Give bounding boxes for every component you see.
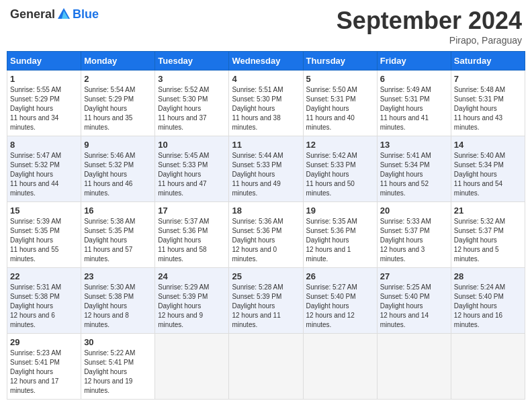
- day-number: 4: [232, 74, 300, 84]
- day-info: Sunrise: 5:45 AMSunset: 5:33 PMDaylight …: [158, 151, 226, 198]
- day-number: 23: [84, 271, 152, 281]
- logo-icon: [56, 7, 71, 21]
- calendar-cell: 23Sunrise: 5:30 AMSunset: 5:38 PMDayligh…: [81, 268, 155, 334]
- calendar-cell: [229, 334, 303, 400]
- week-row-3: 15Sunrise: 5:39 AMSunset: 5:35 PMDayligh…: [7, 202, 525, 268]
- day-number: 1: [10, 74, 78, 84]
- calendar-cell: 20Sunrise: 5:33 AMSunset: 5:37 PMDayligh…: [377, 202, 451, 268]
- calendar-cell: 17Sunrise: 5:37 AMSunset: 5:36 PMDayligh…: [155, 202, 229, 268]
- day-number: 30: [84, 337, 152, 347]
- day-info: Sunrise: 5:25 AMSunset: 5:40 PMDaylight …: [380, 283, 448, 330]
- logo-general: General: [10, 7, 55, 21]
- day-number: 11: [232, 140, 300, 150]
- calendar-cell: 12Sunrise: 5:42 AMSunset: 5:33 PMDayligh…: [303, 136, 377, 202]
- calendar-cell: 2Sunrise: 5:54 AMSunset: 5:29 PMDaylight…: [81, 71, 155, 136]
- day-number: 10: [158, 140, 226, 150]
- day-info: Sunrise: 5:30 AMSunset: 5:38 PMDaylight …: [84, 283, 152, 330]
- day-info: Sunrise: 5:54 AMSunset: 5:29 PMDaylight …: [84, 85, 152, 132]
- day-number: 12: [306, 140, 374, 150]
- day-number: 20: [380, 205, 448, 216]
- day-number: 25: [232, 271, 300, 281]
- day-info: Sunrise: 5:39 AMSunset: 5:35 PMDaylight …: [10, 217, 78, 264]
- day-number: 15: [10, 205, 78, 216]
- day-number: 24: [158, 271, 226, 281]
- header-wednesday: Wednesday: [229, 52, 303, 71]
- calendar-cell: 7Sunrise: 5:48 AMSunset: 5:31 PMDaylight…: [451, 71, 525, 136]
- day-number: 18: [232, 205, 300, 216]
- day-info: Sunrise: 5:27 AMSunset: 5:40 PMDaylight …: [306, 283, 374, 330]
- day-number: 9: [84, 140, 152, 150]
- calendar-cell: 4Sunrise: 5:51 AMSunset: 5:30 PMDaylight…: [229, 71, 303, 136]
- day-info: Sunrise: 5:22 AMSunset: 5:41 PMDaylight …: [84, 349, 152, 396]
- month-title: September 2024: [337, 7, 522, 35]
- calendar-cell: 11Sunrise: 5:44 AMSunset: 5:33 PMDayligh…: [229, 136, 303, 202]
- calendar-cell: 28Sunrise: 5:24 AMSunset: 5:40 PMDayligh…: [451, 268, 525, 334]
- day-number: 22: [10, 271, 78, 281]
- calendar-cell: 18Sunrise: 5:36 AMSunset: 5:36 PMDayligh…: [229, 202, 303, 268]
- day-info: Sunrise: 5:36 AMSunset: 5:36 PMDaylight …: [232, 217, 300, 264]
- logo-blue: Blue: [73, 7, 99, 21]
- calendar-cell: 15Sunrise: 5:39 AMSunset: 5:35 PMDayligh…: [7, 202, 81, 268]
- day-info: Sunrise: 5:42 AMSunset: 5:33 PMDaylight …: [306, 151, 374, 198]
- header-thursday: Thursday: [303, 52, 377, 71]
- day-number: 28: [454, 271, 522, 281]
- day-info: Sunrise: 5:41 AMSunset: 5:34 PMDaylight …: [380, 151, 448, 198]
- day-number: 2: [84, 74, 152, 84]
- calendar-cell: 10Sunrise: 5:45 AMSunset: 5:33 PMDayligh…: [155, 136, 229, 202]
- day-info: Sunrise: 5:48 AMSunset: 5:31 PMDaylight …: [454, 85, 522, 132]
- day-number: 5: [306, 74, 374, 84]
- calendar-cell: [377, 334, 451, 400]
- calendar-cell: 6Sunrise: 5:49 AMSunset: 5:31 PMDaylight…: [377, 71, 451, 136]
- calendar-cell: 26Sunrise: 5:27 AMSunset: 5:40 PMDayligh…: [303, 268, 377, 334]
- logo: General Blue: [10, 7, 99, 21]
- day-info: Sunrise: 5:24 AMSunset: 5:40 PMDaylight …: [454, 283, 522, 330]
- calendar-cell: 25Sunrise: 5:28 AMSunset: 5:39 PMDayligh…: [229, 268, 303, 334]
- header-saturday: Saturday: [451, 52, 525, 71]
- day-info: Sunrise: 5:28 AMSunset: 5:39 PMDaylight …: [232, 283, 300, 330]
- day-info: Sunrise: 5:33 AMSunset: 5:37 PMDaylight …: [380, 217, 448, 264]
- calendar-cell: 9Sunrise: 5:46 AMSunset: 5:32 PMDaylight…: [81, 136, 155, 202]
- day-info: Sunrise: 5:35 AMSunset: 5:36 PMDaylight …: [306, 217, 374, 264]
- day-info: Sunrise: 5:32 AMSunset: 5:37 PMDaylight …: [454, 217, 522, 264]
- day-number: 6: [380, 74, 448, 84]
- calendar-cell: 24Sunrise: 5:29 AMSunset: 5:39 PMDayligh…: [155, 268, 229, 334]
- header-friday: Friday: [377, 52, 451, 71]
- day-info: Sunrise: 5:31 AMSunset: 5:38 PMDaylight …: [10, 283, 78, 330]
- day-info: Sunrise: 5:38 AMSunset: 5:35 PMDaylight …: [84, 217, 152, 264]
- page-header: General Blue September 2024 Pirapo, Para…: [7, 7, 525, 46]
- calendar-table: SundayMondayTuesdayWednesdayThursdayFrid…: [7, 51, 525, 400]
- calendar-cell: 30Sunrise: 5:22 AMSunset: 5:41 PMDayligh…: [81, 334, 155, 400]
- location-subtitle: Pirapo, Paraguay: [337, 35, 522, 46]
- day-info: Sunrise: 5:40 AMSunset: 5:34 PMDaylight …: [454, 151, 522, 198]
- week-row-4: 22Sunrise: 5:31 AMSunset: 5:38 PMDayligh…: [7, 268, 525, 334]
- calendar-cell: 21Sunrise: 5:32 AMSunset: 5:37 PMDayligh…: [451, 202, 525, 268]
- day-info: Sunrise: 5:51 AMSunset: 5:30 PMDaylight …: [232, 85, 300, 132]
- calendar-header-row: SundayMondayTuesdayWednesdayThursdayFrid…: [7, 52, 525, 71]
- calendar-cell: [303, 334, 377, 400]
- calendar-cell: 14Sunrise: 5:40 AMSunset: 5:34 PMDayligh…: [451, 136, 525, 202]
- calendar-cell: 8Sunrise: 5:47 AMSunset: 5:32 PMDaylight…: [7, 136, 81, 202]
- calendar-cell: 16Sunrise: 5:38 AMSunset: 5:35 PMDayligh…: [81, 202, 155, 268]
- day-info: Sunrise: 5:55 AMSunset: 5:29 PMDaylight …: [10, 85, 78, 132]
- day-number: 17: [158, 205, 226, 216]
- day-info: Sunrise: 5:37 AMSunset: 5:36 PMDaylight …: [158, 217, 226, 264]
- week-row-5: 29Sunrise: 5:23 AMSunset: 5:41 PMDayligh…: [7, 334, 525, 400]
- calendar-cell: 22Sunrise: 5:31 AMSunset: 5:38 PMDayligh…: [7, 268, 81, 334]
- week-row-2: 8Sunrise: 5:47 AMSunset: 5:32 PMDaylight…: [7, 136, 525, 202]
- day-number: 26: [306, 271, 374, 281]
- calendar-cell: 27Sunrise: 5:25 AMSunset: 5:40 PMDayligh…: [377, 268, 451, 334]
- calendar-cell: 3Sunrise: 5:52 AMSunset: 5:30 PMDaylight…: [155, 71, 229, 136]
- header-monday: Monday: [81, 52, 155, 71]
- day-number: 21: [454, 205, 522, 216]
- day-number: 29: [10, 337, 78, 347]
- day-info: Sunrise: 5:23 AMSunset: 5:41 PMDaylight …: [10, 349, 78, 396]
- day-number: 27: [380, 271, 448, 281]
- title-section: September 2024 Pirapo, Paraguay: [337, 7, 522, 46]
- calendar-cell: 29Sunrise: 5:23 AMSunset: 5:41 PMDayligh…: [7, 334, 81, 400]
- header-tuesday: Tuesday: [155, 52, 229, 71]
- calendar-cell: [451, 334, 525, 400]
- calendar-cell: 5Sunrise: 5:50 AMSunset: 5:31 PMDaylight…: [303, 71, 377, 136]
- day-number: 3: [158, 74, 226, 84]
- day-number: 16: [84, 205, 152, 216]
- day-info: Sunrise: 5:46 AMSunset: 5:32 PMDaylight …: [84, 151, 152, 198]
